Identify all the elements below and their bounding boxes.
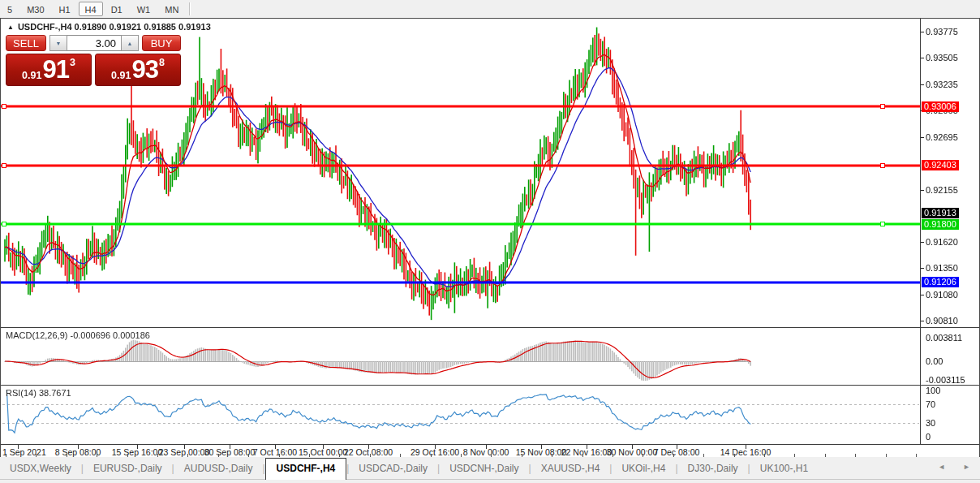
price-tick-label: 0.91080: [926, 290, 958, 300]
time-minor-tick: [67, 454, 67, 457]
volume-input[interactable]: [67, 35, 121, 51]
time-minor-tick: [552, 454, 552, 457]
time-minor-tick: [582, 454, 583, 457]
price-tick-label: 0.92155: [926, 185, 958, 195]
time-axis-label: 7 Oct 16:00: [253, 447, 297, 457]
time-minor-tick: [794, 454, 795, 457]
price-tick-label: 0.92695: [926, 132, 958, 142]
current-price-label: 0.91913: [922, 208, 959, 218]
timeframe-button-h4[interactable]: H4: [79, 2, 103, 16]
price-tick-mark: [921, 137, 924, 138]
price-tick-label: 0.93775: [926, 27, 958, 37]
panel-collapse-icon[interactable]: ▲: [7, 24, 14, 31]
time-minor-tick: [825, 454, 826, 457]
price-axis-line[interactable]: [920, 19, 921, 444]
timeframe-button-d1[interactable]: D1: [105, 2, 129, 16]
toolbar-separator: [189, 2, 191, 15]
chart-title: USDCHF-,H4 0.91890 0.91921 0.91885 0.919…: [18, 22, 211, 32]
time-minor-tick: [248, 454, 249, 457]
time-minor-tick: [643, 454, 643, 457]
time-axis-label: 15 Sep 16:00: [112, 447, 162, 457]
time-minor-tick: [157, 454, 158, 457]
tab-scroll-right-icon[interactable]: ►: [963, 463, 970, 471]
time-axis-label: 30 Nov 00:00: [607, 447, 657, 457]
timeframe-button-h1[interactable]: H1: [53, 2, 77, 16]
tab-scroll-controls: ◄ ►: [938, 463, 970, 471]
chart-tab-bar: USDX,Weekly|EURUSD-,Daily|AUDUSD-,Daily|…: [0, 457, 980, 479]
time-axis-separator: [1, 444, 979, 445]
chart-title-bar: ▲USDCHF-,H4 0.91890 0.91921 0.91885 0.91…: [7, 22, 211, 32]
time-axis-label: 29 Oct 16:00: [410, 447, 459, 457]
time-minor-tick: [6, 454, 6, 457]
time-minor-tick: [36, 454, 37, 457]
tab-ukoil-h4[interactable]: UKOil-,H4: [612, 459, 675, 478]
volume-increase-button[interactable]: ▲: [121, 35, 139, 51]
timeframe-button-mn[interactable]: MN: [158, 2, 185, 16]
time-axis-label: 22 Nov 16:00: [561, 447, 612, 457]
buy-price-pips: 93: [131, 56, 157, 84]
tab-audusd-daily[interactable]: AUDUSD-,Daily: [174, 459, 263, 478]
tab-uk100-h1[interactable]: UK100-,H1: [750, 459, 818, 478]
hline-price-label: 0.93006: [922, 101, 959, 112]
tab-dj30-daily[interactable]: DJ30-,Daily: [678, 459, 748, 478]
time-minor-tick: [400, 454, 401, 457]
timeframe-button-m30[interactable]: M30: [20, 2, 50, 16]
time-minor-tick: [673, 454, 674, 457]
hline-price-label: 0.91206: [922, 277, 959, 287]
time-axis-label: 15 Oct 00:00: [299, 447, 347, 457]
hline-price-label: 0.91800: [922, 219, 959, 230]
buy-price-point: 8: [159, 57, 165, 68]
price-tick-mark: [921, 190, 924, 191]
buy-price-display[interactable]: 0.91938: [95, 54, 181, 86]
rsi-pane-separator[interactable]: [1, 385, 979, 386]
price-tick-label: 0.93235: [926, 80, 958, 89]
sell-price-pips: 91: [42, 56, 68, 84]
time-axis-label: 23 Sep 00:00: [159, 447, 209, 457]
time-minor-tick: [612, 454, 613, 457]
price-tick-label: 0.91620: [926, 237, 958, 247]
price-tick-mark: [921, 84, 924, 85]
sell-price-prefix: 0.91: [22, 70, 41, 81]
tab-usdchf-h4[interactable]: USDCHF-,H4: [265, 458, 347, 480]
tab-xauusd-h4[interactable]: XAUUSD-,H4: [531, 459, 610, 478]
time-axis-label: 8 Sep 08:00: [55, 447, 101, 457]
tab-usdcnh-daily[interactable]: USDCNH-,Daily: [440, 459, 528, 478]
price-tick-mark: [921, 295, 924, 295]
price-tick-label: 0.93505: [926, 53, 958, 63]
time-minor-tick: [461, 454, 462, 457]
time-axis-label: 7 Dec 08:00: [654, 447, 700, 457]
one-click-trading-panel: SELL ▼ ▲ BUY 0.91913 0.91938: [6, 35, 181, 86]
time-minor-tick: [339, 454, 340, 457]
time-minor-tick: [218, 454, 219, 457]
time-minor-tick: [187, 454, 188, 457]
price-tick-label: 0.91350: [926, 263, 958, 273]
time-minor-tick: [97, 454, 97, 457]
timeframe-button-5[interactable]: 5: [1, 2, 19, 16]
time-axis-label: 15 Nov 08:00: [516, 447, 566, 457]
time-minor-tick: [886, 454, 887, 457]
status-bar: [0, 479, 980, 483]
chart-window: 0.937750.935050.932350.929650.926950.921…: [0, 18, 980, 458]
time-axis-label: 1 Sep 2021: [2, 447, 46, 457]
time-minor-tick: [764, 454, 765, 457]
time-minor-tick: [734, 454, 735, 457]
buy-button[interactable]: BUY: [142, 35, 181, 51]
time-minor-tick: [431, 454, 432, 457]
macd-axis-label: 0.003811: [926, 333, 962, 343]
time-minor-tick: [855, 454, 856, 457]
tab-usdx-weekly[interactable]: USDX,Weekly: [0, 459, 81, 478]
sell-price-point: 3: [70, 57, 75, 68]
rsi-axis-label: 70: [926, 399, 935, 409]
sell-button[interactable]: SELL: [6, 35, 46, 51]
tab-eurusd-daily[interactable]: EURUSD-,Daily: [84, 459, 172, 478]
volume-spinner: ▼ ▲: [49, 35, 139, 51]
rsi-indicator-label: RSI(14) 38.7671: [6, 388, 71, 398]
time-minor-tick: [309, 454, 310, 457]
volume-decrease-button[interactable]: ▼: [49, 35, 67, 51]
time-axis-label: 14 Dec 16:00: [720, 447, 771, 457]
tab-scroll-left-icon[interactable]: ◄: [938, 463, 945, 471]
timeframe-button-w1[interactable]: W1: [131, 2, 157, 16]
macd-pane-separator[interactable]: [1, 327, 979, 328]
sell-price-display[interactable]: 0.91913: [6, 54, 92, 86]
tab-usdcad-daily[interactable]: USDCAD-,Daily: [349, 459, 437, 478]
